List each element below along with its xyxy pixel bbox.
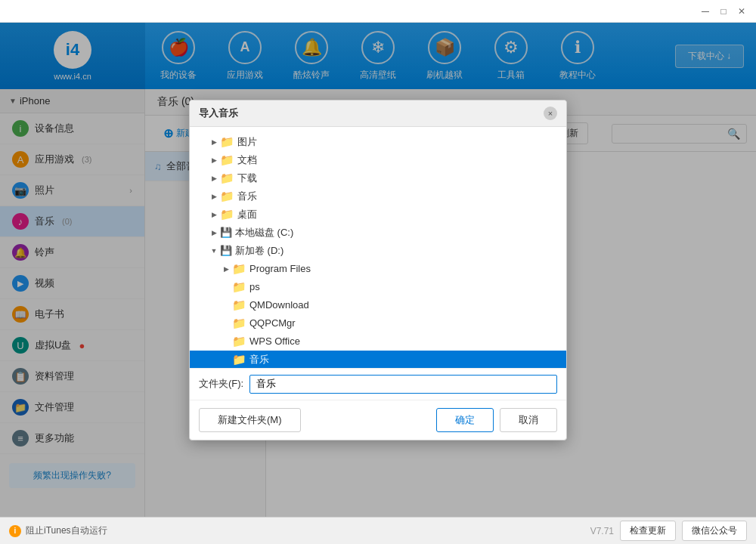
expand-icon	[220, 335, 232, 348]
tree-item-label: ps	[249, 281, 260, 292]
folder-input[interactable]	[249, 375, 557, 394]
expand-icon	[220, 299, 232, 311]
minimize-button[interactable]: ─	[697, 3, 714, 20]
status-right: V7.71 检查更新 微信公众号	[590, 521, 747, 541]
titlebar: ─ □ ✕	[0, 0, 756, 23]
modal-buttons: 新建文件夹(M) 确定 取消	[190, 400, 566, 440]
folder-icon: 📁	[232, 298, 246, 312]
tree-item-local-disk-c[interactable]: ▶💾本地磁盘 (C:)	[190, 224, 566, 242]
modal-title: 导入音乐	[199, 107, 238, 120]
modal-dialog: 导入音乐 × ▶📁图片▶📁文档▶📁下载▶📁音乐▶📁桌面▶💾本地磁盘 (C:)▼💾…	[189, 100, 567, 440]
tree-item-label: 图片	[237, 135, 257, 149]
folder-icon: 📁	[220, 135, 234, 149]
wechat-button[interactable]: 微信公众号	[682, 521, 747, 541]
folder-icon: 💾	[220, 245, 232, 256]
folder-icon: 📁	[220, 190, 234, 203]
tree-item-downloads[interactable]: ▶📁下载	[190, 169, 566, 187]
confirm-cancel-group: 确定 取消	[436, 408, 557, 432]
tree-item-wps-office[interactable]: 📁WPS Office	[190, 332, 566, 351]
tree-item-program-files[interactable]: ▶📁Program Files	[190, 260, 566, 278]
tree-item-label: 本地磁盘 (C:)	[235, 226, 293, 240]
modal-overlay: 导入音乐 × ▶📁图片▶📁文档▶📁下载▶📁音乐▶📁桌面▶💾本地磁盘 (C:)▼💾…	[0, 23, 756, 517]
folder-icon: 📁	[232, 317, 246, 330]
tree-item-label: 新加卷 (D:)	[235, 244, 284, 258]
expand-icon	[220, 281, 232, 293]
folder-label: 文件夹(F):	[199, 377, 243, 391]
new-folder-button[interactable]: 新建文件夹(M)	[199, 408, 301, 432]
tree-item-label: 桌面	[237, 208, 257, 221]
expand-icon: ▶	[208, 227, 220, 239]
folder-icon: 💾	[220, 227, 232, 238]
tree-item-music-d[interactable]: 📁音乐	[190, 351, 566, 369]
tree-item-pictures[interactable]: ▶📁图片	[190, 133, 566, 151]
tree-item-label: 文档	[237, 153, 257, 167]
tree-item-label: Program Files	[249, 263, 311, 274]
check-update-button[interactable]: 检查更新	[620, 521, 676, 541]
tree-item-label: WPS Office	[249, 335, 300, 347]
expand-icon	[220, 354, 232, 366]
tree-item-label: QMDownload	[249, 299, 309, 311]
itunes-icon: i	[9, 525, 21, 537]
folder-path-row: 文件夹(F):	[190, 369, 566, 400]
expand-icon: ▶	[208, 154, 220, 166]
itunes-status[interactable]: i 阻止iTunes自动运行	[9, 524, 107, 537]
folder-icon: 📁	[220, 208, 234, 221]
tree-item-documents[interactable]: ▶📁文档	[190, 151, 566, 169]
statusbar: i 阻止iTunes自动运行 V7.71 检查更新 微信公众号	[0, 517, 756, 544]
version-label: V7.71	[590, 526, 614, 536]
folder-icon: 📁	[232, 335, 246, 348]
expand-icon	[220, 317, 232, 329]
maximize-button[interactable]: □	[715, 3, 732, 20]
cancel-button[interactable]: 取消	[500, 408, 557, 432]
tree-item-new-d[interactable]: ▼💾新加卷 (D:)	[190, 242, 566, 260]
itunes-label: 阻止iTunes自动运行	[26, 524, 107, 537]
folder-icon: 📁	[232, 280, 246, 294]
folder-icon: 📁	[232, 262, 246, 276]
expand-icon: ▼	[208, 245, 220, 257]
folder-icon: 📁	[220, 153, 234, 167]
folder-icon: 📁	[220, 172, 234, 185]
tree-item-desktop[interactable]: ▶📁桌面	[190, 206, 566, 224]
expand-icon: ▶	[220, 263, 232, 275]
tree-item-label: QQPCMgr	[249, 317, 296, 329]
close-button[interactable]: ✕	[733, 3, 750, 20]
tree-item-label: 音乐	[249, 353, 269, 366]
modal-titlebar: 导入音乐 ×	[190, 100, 566, 127]
modal-close-button[interactable]: ×	[544, 107, 557, 120]
expand-icon: ▶	[208, 190, 220, 202]
tree-item-qmdownload[interactable]: 📁QMDownload	[190, 296, 566, 314]
file-tree[interactable]: ▶📁图片▶📁文档▶📁下载▶📁音乐▶📁桌面▶💾本地磁盘 (C:)▼💾新加卷 (D:…	[190, 127, 566, 369]
tree-item-label: 下载	[237, 172, 257, 185]
tree-item-qqpcmgr[interactable]: 📁QQPCMgr	[190, 314, 566, 332]
folder-icon: 📁	[232, 353, 246, 366]
tree-item-ps[interactable]: 📁ps	[190, 278, 566, 296]
tree-item-music[interactable]: ▶📁音乐	[190, 187, 566, 206]
expand-icon: ▶	[208, 172, 220, 184]
confirm-button[interactable]: 确定	[436, 408, 494, 432]
expand-icon: ▶	[208, 209, 220, 221]
expand-icon: ▶	[208, 136, 220, 148]
tree-item-label: 音乐	[237, 190, 257, 203]
